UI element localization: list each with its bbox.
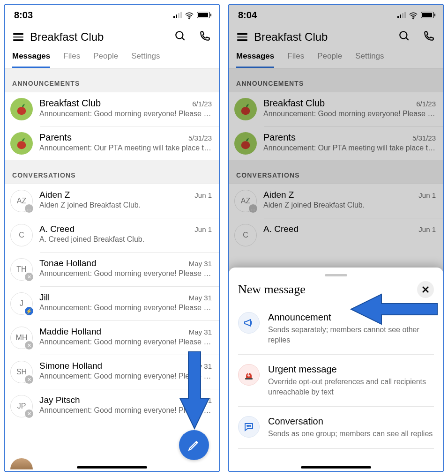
avatar-initials: J: [20, 299, 23, 308]
announcement-row[interactable]: Parents 5/31/23 Announcement: Our PTA me…: [264, 126, 443, 160]
pencil-icon: [187, 439, 201, 452]
svg-point-7: [241, 141, 250, 149]
tab-files[interactable]: Files: [63, 52, 80, 68]
row-title: Breakfast Club: [39, 98, 101, 109]
row-snippet: Announcement: Good morning everyone! Ple…: [39, 110, 212, 118]
app-header: Breakfast Club: [5, 25, 219, 52]
megaphone-icon: [238, 312, 260, 334]
apple-avatar-icon: [10, 98, 33, 120]
avatar-initials: AZ: [17, 197, 26, 205]
avatar: AZ …: [234, 190, 257, 212]
home-indicator[interactable]: [77, 466, 147, 469]
avatar-initials: TH: [16, 265, 26, 274]
phone-icon[interactable]: [423, 30, 435, 44]
svg-rect-10: [245, 378, 253, 379]
avatar-initials: MH: [16, 334, 28, 342]
chat-icon: [238, 416, 260, 438]
option-title: Urgent message: [268, 364, 434, 375]
battery-icon: [197, 12, 210, 18]
option-conversation[interactable]: Conversation Sends as one group; members…: [238, 407, 434, 449]
row-date: Jun 1: [194, 191, 212, 199]
compose-button[interactable]: [179, 430, 209, 460]
option-desc: Sends as one group; members can see all …: [268, 429, 434, 439]
conversation-row[interactable]: C A. Creed Jun 1: [264, 218, 443, 252]
announcement-row[interactable]: Breakfast Club 6/1/23 Announcement: Good…: [5, 92, 219, 126]
siren-icon: [238, 364, 260, 386]
row-date: 6/1/23: [192, 100, 212, 108]
home-indicator[interactable]: [301, 466, 371, 469]
phone-icon[interactable]: [199, 30, 211, 44]
wifi-icon: [185, 11, 194, 19]
svg-point-12: [248, 425, 249, 426]
option-desc: Override opt-out preferences and call re…: [268, 377, 434, 397]
tab-settings[interactable]: Settings: [355, 52, 384, 68]
avatar-initials: C: [19, 231, 24, 239]
row-title: Aiden Z: [39, 190, 70, 200]
avatar-initials: C: [243, 231, 248, 239]
row-date: 6/1/23: [416, 100, 436, 108]
row-snippet: Announcement: Our PTA meeting will take …: [39, 144, 212, 152]
tabs: Messages Files People Settings: [229, 52, 443, 68]
avatar: AZ …: [10, 190, 33, 212]
row-snippet: Announcement: Good morning everyone! Ple…: [263, 110, 436, 118]
search-icon[interactable]: [398, 30, 411, 44]
option-title: Conversation: [268, 416, 434, 427]
tab-people[interactable]: People: [93, 52, 118, 68]
svg-point-6: [241, 107, 250, 115]
conversation-row[interactable]: AZ … Aiden Z Jun 1 Aiden Z joined Breakf…: [229, 184, 443, 218]
menu-icon[interactable]: [237, 33, 247, 41]
row-snippet: A. Creed joined Breakfast Club.: [39, 235, 212, 244]
row-date: 5/31/23: [412, 134, 436, 142]
conversation-row[interactable]: TH ✕ Tonae Holland May 31 Announcement: …: [40, 252, 219, 286]
tab-people[interactable]: People: [317, 52, 342, 68]
conversation-row[interactable]: MH ✕ Maddie Holland May 31 Announcement:…: [40, 320, 219, 355]
tab-messages[interactable]: Messages: [236, 52, 274, 68]
x-badge-icon: ✕: [25, 273, 33, 281]
avatar-initials: JP: [17, 402, 26, 410]
svg-line-5: [406, 38, 409, 40]
announcement-row[interactable]: Parents 5/31/23 Announcement: Our PTA me…: [40, 126, 219, 160]
announcement-row[interactable]: Breakfast Club 6/1/23 Announcement: Good…: [229, 92, 443, 126]
cellular-icon: [173, 12, 182, 18]
left-screenshot: 8:03 Breakfast Club Messages Files Peopl…: [4, 4, 220, 472]
search-icon[interactable]: [174, 30, 187, 44]
avatar: JP ✕: [10, 395, 33, 417]
section-header-announcements: ANNOUNCEMENTS: [229, 68, 443, 92]
avatar: C: [234, 224, 257, 246]
option-urgent[interactable]: Urgent message Override opt-out preferen…: [238, 355, 434, 407]
partial-avatar: [10, 458, 33, 469]
tab-messages[interactable]: Messages: [12, 52, 50, 68]
conversation-row[interactable]: J ⚡ Jill May 31 Announcement: Good morni…: [40, 286, 219, 320]
row-title: A. Creed: [39, 224, 75, 234]
row-snippet: Announcement: Good morning everyone! Ple…: [39, 269, 212, 278]
annotation-arrow-left-icon: [349, 290, 438, 330]
sheet-grab-handle[interactable]: [325, 274, 347, 276]
x-badge-icon: ✕: [25, 375, 33, 384]
cellular-icon: [397, 12, 406, 18]
bolt-badge-icon: ⚡: [25, 307, 33, 315]
svg-point-4: [400, 31, 407, 38]
section-header-announcements: ANNOUNCEMENTS: [5, 68, 219, 92]
row-title: Maddie Holland: [39, 327, 101, 337]
row-title: Tonae Holland: [39, 258, 96, 268]
conversation-row[interactable]: C A. Creed Jun 1 A. Creed joined Breakfa…: [40, 218, 219, 252]
avatar: SH ✕: [10, 361, 33, 383]
menu-icon[interactable]: [13, 33, 23, 41]
section-header-conversations: CONVERSATIONS: [5, 160, 219, 184]
tab-settings[interactable]: Settings: [131, 52, 160, 68]
apple-avatar-icon: [234, 132, 257, 155]
battery-icon: [421, 12, 434, 18]
wifi-icon: [409, 11, 418, 19]
row-snippet: Aiden Z joined Breakfast Club.: [263, 201, 436, 209]
app-header: Breakfast Club: [229, 25, 443, 52]
avatar: MH ✕: [10, 327, 33, 349]
conversation-row[interactable]: AZ … Aiden Z Jun 1 Aiden Z joined Breakf…: [5, 184, 219, 218]
row-date: May 31: [189, 260, 212, 268]
svg-point-13: [250, 425, 251, 426]
tab-files[interactable]: Files: [287, 52, 304, 68]
tabs: Messages Files People Settings: [5, 52, 219, 68]
row-title: Jill: [39, 292, 50, 303]
avatar-initials: AZ: [241, 197, 250, 205]
svg-point-0: [176, 31, 183, 38]
row-snippet: Announcement: Our PTA meeting will take …: [263, 144, 436, 152]
